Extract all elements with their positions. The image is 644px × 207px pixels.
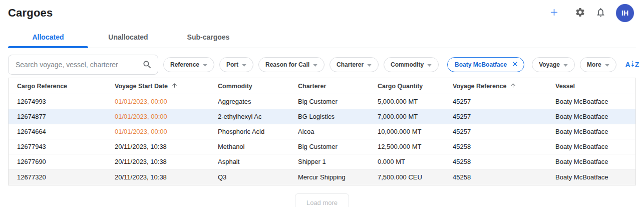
cell-vessel: Boaty McBoatface: [555, 128, 635, 135]
filter-chip-vessel-boaty-mcboatface[interactable]: Boaty McBoatface: [447, 57, 524, 72]
cell-vessel: Boaty McBoatface: [555, 158, 635, 165]
filter-chip-more[interactable]: More: [580, 57, 616, 72]
cell-charterer: Shipper 1: [298, 158, 378, 165]
filter-chip-reference[interactable]: Reference: [163, 57, 214, 72]
table-row[interactable]: 12674993 01/01/2023, 00:00 Aggregates Bi…: [9, 94, 635, 109]
cell-commodity: 2-ethylhexyl Ac: [218, 113, 298, 120]
cell-voyage-start-date: 20/11/2023, 10:38: [115, 158, 218, 165]
load-more-container: Load more: [0, 193, 644, 207]
cargoes-table: Cargo Reference Voyage Start Date Commod…: [8, 78, 636, 185]
chevron-down-icon: [203, 61, 207, 68]
chip-label: Port: [226, 61, 238, 68]
filter-chip-voyage[interactable]: Voyage: [532, 57, 575, 72]
cell-cargo-reference: 12674877: [17, 113, 115, 120]
cell-cargo-reference: 12677943: [17, 143, 115, 150]
tab-allocated[interactable]: Allocated: [8, 29, 88, 48]
cell-charterer: Alcoa: [298, 128, 378, 135]
filter-chip-charterer[interactable]: Charterer: [330, 57, 379, 72]
column-header-voyage-start-date[interactable]: Voyage Start Date: [115, 82, 218, 90]
filter-chip-port[interactable]: Port: [219, 57, 253, 72]
avatar[interactable]: IH: [616, 4, 634, 22]
sort-arrow-icon: [631, 60, 634, 69]
column-label: Vessel: [555, 83, 575, 90]
cell-vessel: Boaty McBoatface: [555, 143, 635, 150]
table-row[interactable]: 12677320 20/11/2023, 10:38 Q3 Mercur Shi…: [9, 169, 635, 185]
tab-unallocated[interactable]: Unallocated: [88, 29, 168, 48]
table-row[interactable]: 12677690 20/11/2023, 10:38 Asphalt Shipp…: [9, 154, 635, 169]
cell-cargo-reference: 12677320: [17, 173, 115, 181]
settings-button[interactable]: [575, 7, 585, 19]
chevron-down-icon: [605, 61, 609, 68]
filter-bar: Reference Port Reason for Call Charterer…: [8, 55, 636, 75]
cell-vessel: Boaty McBoatface: [555, 113, 635, 120]
chevron-down-icon: [313, 61, 317, 68]
column-header-cargo-quantity[interactable]: Cargo Quantity: [378, 83, 453, 90]
column-label: Commodity: [218, 83, 252, 90]
cell-cargo-reference: 12677690: [17, 158, 115, 165]
sort-ascending-icon: [510, 82, 516, 90]
cell-commodity: Asphalt: [218, 158, 298, 165]
cell-cargo-quantity: 10,000.000 MT: [378, 128, 453, 135]
cell-voyage-reference: 45258: [453, 173, 555, 181]
close-icon[interactable]: [511, 60, 519, 69]
table-row[interactable]: 12674664 01/01/2023, 00:00 Phosphoric Ac…: [9, 124, 635, 139]
notifications-button[interactable]: [595, 7, 606, 19]
cell-voyage-reference: 45257: [453, 128, 555, 135]
cell-voyage-start-date: 20/11/2023, 10:38: [115, 173, 218, 181]
load-more-button[interactable]: Load more: [295, 193, 349, 207]
cell-voyage-start-date: 01/01/2023, 00:00: [115, 128, 218, 135]
cell-cargo-reference: 12674664: [17, 128, 115, 135]
cell-cargo-quantity: 5,000.000 MT: [378, 98, 453, 105]
chip-label: Charterer: [337, 61, 364, 68]
table-header-row: Cargo Reference Voyage Start Date Commod…: [9, 78, 635, 94]
table-row[interactable]: 12677943 20/11/2023, 10:38 Methanol Big …: [9, 139, 635, 154]
table-row[interactable]: 12674877 01/01/2023, 00:00 2-ethylhexyl …: [9, 109, 635, 124]
sort-alphabetical-button[interactable]: A Z: [625, 60, 639, 69]
cell-commodity: Phosphoric Acid: [218, 128, 298, 135]
column-header-commodity[interactable]: Commodity: [218, 83, 298, 90]
cell-commodity: Methanol: [218, 143, 298, 150]
search-input[interactable]: [8, 55, 158, 75]
chevron-down-icon: [367, 61, 372, 68]
cell-voyage-reference: 45257: [453, 113, 555, 120]
column-header-vessel[interactable]: Vessel: [555, 83, 635, 90]
chip-label: Boaty McBoatface: [455, 61, 507, 68]
tab-label: Allocated: [32, 33, 64, 41]
cell-charterer: Mercur Shipping: [298, 173, 378, 181]
cell-voyage-reference: 45258: [453, 143, 555, 150]
chip-label: Reference: [170, 61, 199, 68]
search-icon[interactable]: [142, 60, 152, 72]
cell-voyage-start-date: 01/01/2023, 00:00: [115, 113, 218, 120]
filter-chip-commodity[interactable]: Commodity: [384, 57, 439, 72]
filter-chip-reason-for-call[interactable]: Reason for Call: [258, 57, 325, 72]
column-label: Voyage Start Date: [115, 83, 168, 90]
top-bar: Cargoes IH: [0, 0, 644, 22]
column-header-charterer[interactable]: Charterer: [298, 83, 378, 90]
cell-cargo-reference: 12674993: [17, 98, 115, 105]
tab-bar: Allocated Unallocated Sub-cargoes: [8, 29, 636, 48]
sort-letter-a: A: [625, 61, 630, 69]
gear-icon: [575, 7, 585, 19]
column-label: Charterer: [298, 83, 326, 90]
bell-icon: [595, 7, 606, 19]
cell-cargo-quantity: 7,000.000 MT: [378, 113, 453, 120]
chip-label: Voyage: [539, 61, 560, 68]
cell-voyage-start-date: 20/11/2023, 10:38: [115, 143, 218, 150]
chevron-down-icon: [563, 61, 568, 68]
cell-commodity: Aggregates: [218, 98, 298, 105]
cell-charterer: Big Customer: [298, 98, 378, 105]
page-title: Cargoes: [8, 7, 53, 20]
add-cargo-button[interactable]: [549, 8, 559, 19]
cell-commodity: Q3: [218, 173, 298, 181]
cell-vessel: Boaty McBoatface: [555, 98, 635, 105]
cell-voyage-reference: 45258: [453, 158, 555, 165]
chevron-down-icon: [427, 61, 432, 68]
cell-charterer: BG Logistics: [298, 113, 378, 120]
sort-ascending-icon: [171, 82, 178, 90]
column-header-voyage-reference[interactable]: Voyage Reference: [453, 82, 555, 90]
cell-cargo-quantity: 0.000 MT: [378, 158, 453, 165]
chip-label: Commodity: [391, 61, 424, 68]
avatar-initials: IH: [621, 9, 628, 17]
column-header-cargo-reference[interactable]: Cargo Reference: [17, 83, 115, 90]
tab-sub-cargoes[interactable]: Sub-cargoes: [168, 29, 248, 48]
